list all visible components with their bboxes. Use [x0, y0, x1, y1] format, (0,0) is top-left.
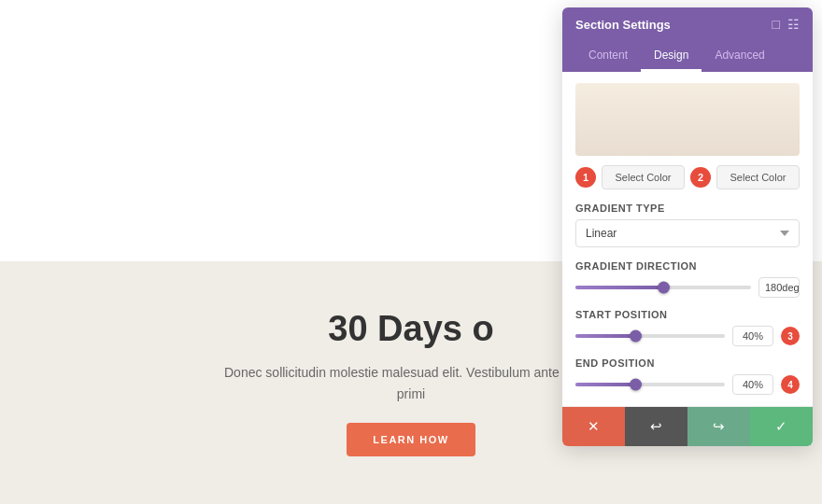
panel-footer: ✕ ↩ ↪ ✓	[562, 406, 813, 446]
hero-learn-how-button[interactable]: LEARN HOW	[347, 423, 475, 456]
start-position-fill	[575, 334, 635, 338]
color-stop-badge-2: 2	[690, 167, 711, 188]
end-position-slider-wrap[interactable]	[575, 377, 725, 392]
undo-button[interactable]: ↩	[625, 407, 687, 446]
end-position-label: End Position	[575, 357, 800, 369]
start-position-thumb[interactable]	[630, 330, 642, 343]
start-position-label: Start Position	[575, 309, 800, 320]
select-color-2-button[interactable]: Select Color	[716, 165, 800, 189]
confirm-button[interactable]: ✓	[750, 407, 813, 446]
end-position-track	[575, 383, 725, 386]
redo-button[interactable]: ↪	[687, 407, 750, 446]
gradient-direction-thumb[interactable]	[658, 282, 670, 294]
start-position-badge: 3	[781, 327, 800, 345]
start-position-control: 40% 3	[575, 326, 800, 346]
gradient-type-field: Gradient Type Linear Radial	[562, 203, 813, 247]
gradient-direction-row: Gradient Direction 180deg	[562, 260, 813, 298]
gradient-type-select[interactable]: Linear Radial	[575, 219, 800, 247]
hero-title: 30 Days o	[328, 309, 493, 349]
color-stop-badge-1: 1	[575, 167, 596, 188]
color-stops-row: 1 Select Color 2 Select Color	[562, 165, 813, 189]
gradient-direction-track	[575, 286, 751, 289]
start-position-value[interactable]: 40%	[732, 326, 773, 346]
tab-content[interactable]: Content	[575, 41, 641, 72]
end-position-badge: 4	[781, 375, 800, 394]
section-settings-panel: Section Settings □ ☷ Content Design Adva…	[562, 7, 813, 446]
panel-body: 1 Select Color 2 Select Color Gradient T…	[562, 72, 813, 406]
end-position-value[interactable]: 40%	[732, 374, 773, 395]
start-position-track	[575, 334, 725, 338]
panel-tabs: Content Design Advanced	[562, 41, 813, 72]
end-position-control: 40% 4	[575, 374, 800, 395]
cancel-button[interactable]: ✕	[562, 407, 625, 446]
panel-header: Section Settings □ ☷	[562, 7, 813, 41]
gradient-direction-control: 180deg	[575, 277, 800, 298]
end-position-thumb[interactable]	[630, 379, 642, 391]
gradient-direction-label: Gradient Direction	[575, 260, 800, 272]
select-color-1-button[interactable]: Select Color	[602, 165, 685, 189]
gradient-type-label: Gradient Type	[575, 203, 800, 214]
tab-advanced[interactable]: Advanced	[702, 41, 777, 72]
gradient-direction-value[interactable]: 180deg	[758, 277, 800, 298]
panel-title: Section Settings	[575, 18, 671, 32]
gradient-direction-fill	[575, 286, 663, 289]
start-position-row: Start Position 40% 3	[562, 309, 813, 346]
gradient-preview	[575, 83, 800, 156]
panel-header-icons: □ ☷	[772, 17, 800, 32]
hero-text: Donec sollicitudin molestie malesuad eli…	[224, 362, 598, 404]
reset-icon[interactable]: □	[772, 17, 780, 32]
columns-icon[interactable]: ☷	[787, 17, 800, 32]
start-position-slider-wrap[interactable]	[575, 329, 725, 343]
tab-design[interactable]: Design	[641, 41, 702, 72]
end-position-row: End Position 40% 4	[562, 357, 813, 395]
end-position-fill	[575, 383, 635, 386]
gradient-direction-slider-wrap[interactable]	[575, 280, 751, 295]
